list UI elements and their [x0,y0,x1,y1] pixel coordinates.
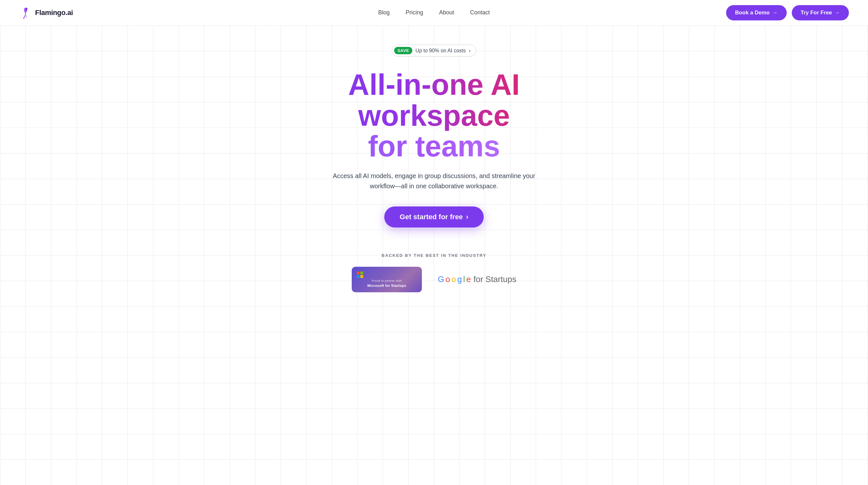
hero-headline: All-in-one AI workspace for teams [290,69,578,162]
logo-link[interactable]: Flamingo.ai [19,6,73,19]
google-for-startups-text: for Startups [473,275,516,284]
book-demo-button[interactable]: Book a Demo → [726,5,787,21]
ms-logo-q3 [357,275,360,278]
get-started-button[interactable]: Get started for free › [384,206,484,228]
hero-section: SAVE Up to 90% on AI costs › All-in-one … [0,26,868,318]
navbar: Flamingo.ai Blog Pricing About Contact B… [0,0,868,26]
try-for-free-button[interactable]: Try For Free → [792,5,849,21]
hero-subtitle: Access all AI models, engage in group di… [326,171,542,191]
save-arrow-icon: › [469,48,470,54]
nav-about-link[interactable]: About [439,9,454,16]
google-badge: Google for Startups [438,275,516,284]
backed-logos: Proud to partner with Microsoft for Star… [352,267,516,292]
nav-blog-link[interactable]: Blog [378,9,390,16]
google-e-red: e [466,275,471,284]
google-o-red: o [445,275,450,284]
nav-contact-link[interactable]: Contact [470,9,490,16]
nav-actions: Book a Demo → Try For Free → [726,5,849,21]
ms-logo-q2 [360,272,363,275]
save-text: Up to 90% on AI costs [415,48,466,54]
flamingo-icon [19,6,32,19]
ms-logo-q1 [357,272,360,275]
nav-pricing-link[interactable]: Pricing [406,9,423,16]
google-g-blue2: g [457,275,462,284]
nav-item-about: About [439,9,454,16]
save-badge: SAVE [394,47,412,54]
google-g-blue: G [438,275,444,284]
nav-item-pricing: Pricing [406,9,423,16]
nav-links: Blog Pricing About Contact [378,9,490,16]
ms-badge-main-text: Microsoft for Startups [357,284,417,287]
ms-badge-top [357,272,417,278]
nav-item-blog: Blog [378,9,390,16]
logo-text: Flamingo.ai [35,9,73,17]
nav-item-contact: Contact [470,9,490,16]
headline-line2: for teams [290,131,578,162]
microsoft-logo-icon [357,272,363,278]
google-l-green: l [463,275,465,284]
backed-section: BACKED BY THE BEST IN THE INDUSTRY Proud… [352,253,516,292]
ms-logo-q4 [360,275,363,278]
google-o-yellow: o [452,275,456,284]
ms-badge-small-text: Proud to partner with [357,279,417,282]
backed-label: BACKED BY THE BEST IN THE INDUSTRY [382,253,487,258]
microsoft-badge: Proud to partner with Microsoft for Star… [352,267,422,292]
save-banner[interactable]: SAVE Up to 90% on AI costs › [392,45,476,56]
headline-line1: All-in-one AI workspace [290,69,578,131]
